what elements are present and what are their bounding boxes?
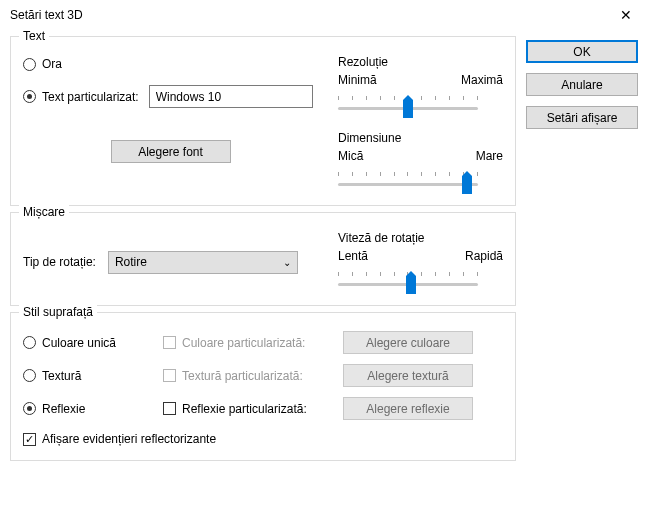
choose-texture-button: Alegere textură [343, 364, 473, 387]
rotation-type-value: Rotire [115, 255, 147, 269]
surface-legend: Stil suprafață [19, 305, 97, 319]
size-max-label: Mare [476, 149, 503, 163]
movement-legend: Mișcare [19, 205, 69, 219]
radio-texture-label: Textură [42, 369, 81, 383]
choose-font-button[interactable]: Alegere font [111, 140, 231, 163]
choose-color-button: Alegere culoare [343, 331, 473, 354]
cancel-label: Anulare [561, 78, 602, 92]
check-custom-color: Culoare particularizată: [163, 334, 343, 352]
resolution-min-label: Minimă [338, 73, 377, 87]
movement-groupbox: Mișcare Tip de rotație: Rotire ⌄ Viteză … [10, 212, 516, 306]
size-min-label: Mică [338, 149, 363, 163]
speed-slider[interactable] [338, 269, 478, 293]
resolution-slider-group: Rezoluție Minimă Maximă [338, 55, 503, 117]
radio-custom-text[interactable]: Text particularizat: [23, 88, 139, 106]
check-custom-reflection-label: Reflexie particularizată: [182, 402, 307, 416]
resolution-slider[interactable] [338, 93, 478, 117]
size-slider-group: Dimensiune Mică Mare [338, 131, 503, 193]
check-custom-reflection[interactable]: Reflexie particularizată: [163, 400, 343, 418]
rotation-type-combo[interactable]: Rotire ⌄ [108, 251, 298, 274]
cancel-button[interactable]: Anulare [526, 73, 638, 96]
size-title: Dimensiune [338, 131, 503, 145]
choose-color-label: Alegere culoare [366, 336, 450, 350]
choose-reflection-label: Alegere reflexie [366, 402, 449, 416]
radio-time-label: Ora [42, 57, 62, 71]
radio-solid-color[interactable]: Culoare unică [23, 334, 163, 352]
size-slider[interactable] [338, 169, 478, 193]
check-custom-color-label: Culoare particularizată: [182, 336, 305, 350]
resolution-title: Rezoluție [338, 55, 503, 69]
check-custom-texture: Textură particularizată: [163, 367, 343, 385]
radio-reflection[interactable]: Reflexie [23, 400, 163, 418]
rotation-type-label: Tip de rotație: [23, 255, 96, 269]
display-settings-label: Setări afișare [547, 111, 618, 125]
text-legend: Text [19, 29, 49, 43]
chevron-down-icon: ⌄ [283, 257, 291, 268]
ok-button[interactable]: OK [526, 40, 638, 63]
check-show-highlights-label: Afișare evidențieri reflectorizante [42, 432, 216, 446]
radio-time[interactable]: Ora [23, 55, 318, 73]
titlebar: Setări text 3D ✕ [0, 0, 648, 30]
radio-custom-label: Text particularizat: [42, 90, 139, 104]
speed-max-label: Rapidă [465, 249, 503, 263]
radio-texture[interactable]: Textură [23, 367, 163, 385]
close-button[interactable]: ✕ [603, 0, 648, 30]
speed-slider-group: Viteză de rotație Lentă Rapidă [338, 231, 503, 293]
window-title: Setări text 3D [10, 8, 83, 22]
display-settings-button[interactable]: Setări afișare [526, 106, 638, 129]
check-show-highlights[interactable]: Afișare evidențieri reflectorizante [23, 430, 473, 448]
ok-label: OK [573, 45, 590, 59]
surface-groupbox: Stil suprafață Culoare unică Culoare par… [10, 312, 516, 461]
radio-solid-label: Culoare unică [42, 336, 116, 350]
check-custom-texture-label: Textură particularizată: [182, 369, 303, 383]
choose-font-label: Alegere font [138, 145, 203, 159]
radio-reflection-label: Reflexie [42, 402, 85, 416]
speed-title: Viteză de rotație [338, 231, 503, 245]
text-groupbox: Text Ora Text particularizat: [10, 36, 516, 206]
speed-min-label: Lentă [338, 249, 368, 263]
choose-reflection-button: Alegere reflexie [343, 397, 473, 420]
custom-text-input[interactable] [149, 85, 313, 108]
choose-texture-label: Alegere textură [367, 369, 448, 383]
resolution-max-label: Maximă [461, 73, 503, 87]
